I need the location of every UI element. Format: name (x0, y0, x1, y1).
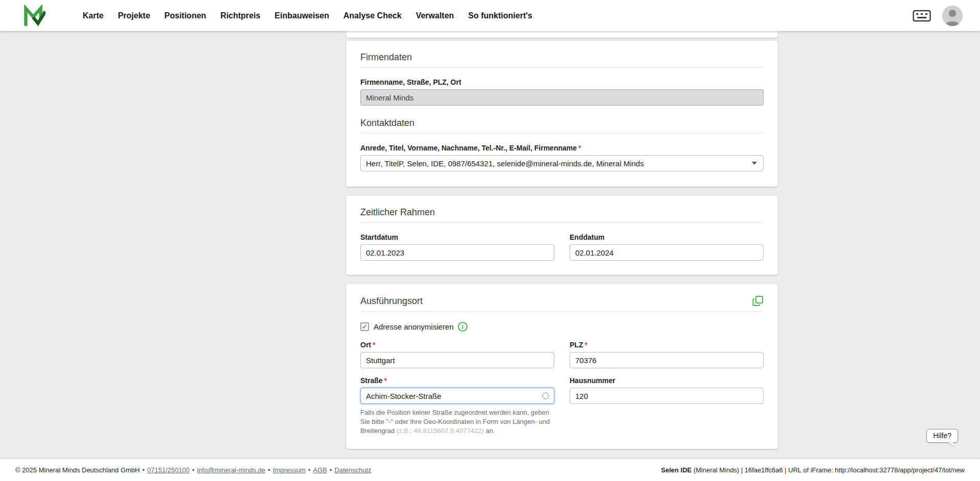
nav-item-positionen[interactable]: Positionen (157, 0, 213, 31)
strasse-helper-text: Falls die Position keiner Straße zugeord… (360, 408, 554, 436)
ort-cell: Ort* (360, 341, 554, 368)
footer-left: © 2025 Mineral Minds Deutschland GmbH • … (15, 466, 372, 474)
footer-separator: • (192, 466, 194, 474)
help-button[interactable]: Hilfe? (926, 429, 958, 443)
footer-datenschutz-link[interactable]: Datenschutz (334, 466, 371, 474)
footer-session-info: (Mineral Minds) | 16fae1ffc6a6 | URL of … (692, 466, 965, 474)
firmenname-field (360, 89, 764, 106)
footer-app-name: Selen IDE (661, 466, 692, 474)
kontakt-label-text: Anrede, Titel, Vorname, Nachname, Tel.-N… (360, 144, 577, 152)
enddatum-label: Enddatum (570, 233, 764, 241)
enddatum-cell: Enddatum (570, 233, 764, 261)
plz-label-text: PLZ (570, 341, 583, 349)
card-zeitlicher-rahmen: Zeitlicher Rahmen Startdatum Enddatum (346, 196, 778, 275)
kontakt-select-value: Herr, TitelP, Selen, IDE, 0987/654321, s… (366, 159, 644, 168)
strasse-cell: Straße* Falls die Position keiner Straße… (360, 376, 554, 436)
divider (360, 311, 764, 312)
ort-label-text: Ort (360, 341, 371, 349)
footer-separator: • (330, 466, 332, 474)
footer-agb-link[interactable]: AGB (313, 466, 327, 474)
plz-cell: PLZ* (570, 341, 764, 368)
footer-separator: • (268, 466, 271, 474)
info-icon[interactable]: i (458, 322, 468, 332)
kontakt-label: Anrede, Titel, Vorname, Nachname, Tel.-N… (360, 144, 764, 152)
hausnummer-cell: Hausnummer (570, 376, 764, 436)
footer-separator: • (308, 466, 311, 474)
logo-svg (23, 5, 45, 27)
strasse-field[interactable] (360, 388, 554, 404)
startdatum-field[interactable] (360, 244, 554, 261)
keyboard-icon[interactable] (913, 10, 931, 22)
chevron-down-icon (752, 162, 757, 165)
ort-field[interactable] (360, 352, 554, 368)
hausnummer-field[interactable] (570, 388, 764, 404)
mineral-minds-logo-icon[interactable] (22, 4, 46, 28)
ausfuehrungsort-title: Ausführungsort (360, 296, 423, 307)
divider (360, 67, 764, 68)
hausnummer-label: Hausnummer (570, 376, 764, 385)
card-firmendaten: Firmendaten Firmenname, Straße, PLZ, Ort… (346, 41, 778, 187)
kontakt-select[interactable]: Herr, TitelP, Selen, IDE, 0987/654321, s… (360, 155, 764, 171)
anonymize-checkbox[interactable]: ✓ (360, 322, 369, 331)
footer-separator: • (142, 466, 145, 474)
strasse-label-text: Straße (360, 376, 383, 385)
loading-spinner-icon (542, 392, 549, 399)
footer-phone-link[interactable]: 07151/250100 (147, 466, 189, 474)
strasse-label: Straße* (360, 376, 554, 385)
anonymize-label: Adresse anonymisieren (374, 322, 454, 331)
copy-icon[interactable] (752, 295, 764, 307)
enddatum-field[interactable] (570, 244, 764, 261)
anonymize-row: ✓ Adresse anonymisieren i (360, 322, 764, 332)
ort-label: Ort* (360, 341, 554, 349)
zeitraum-title: Zeitlicher Rahmen (360, 207, 764, 218)
firmenname-label: Firmenname, Straße, PLZ, Ort (360, 78, 764, 86)
startdatum-label: Startdatum (360, 233, 554, 241)
footer-right: Selen IDE (Mineral Minds) | 16fae1ffc6a6… (661, 466, 965, 474)
card-above-partial (346, 31, 778, 38)
startdatum-cell: Startdatum (360, 233, 554, 261)
helper-geo-example: (z.B.: 48.8115607,9.4077422) (397, 427, 484, 435)
form-column: Firmendaten Firmenname, Straße, PLZ, Ort… (346, 31, 778, 481)
nav-item-so-funktionierts[interactable]: So funktioniert's (461, 0, 540, 31)
main-menu: Karte Projekte Positionen Richtpreis Ein… (76, 0, 540, 31)
divider (360, 133, 764, 134)
helper-suffix: an. (484, 427, 495, 435)
card-ausfuehrungsort: Ausführungsort ✓ Adresse anonymisieren i… (346, 284, 778, 449)
footer-email-link[interactable]: info@mineral-minds.de (197, 466, 265, 474)
nav-item-analyse-check[interactable]: Analyse Check (336, 0, 409, 31)
firmendaten-title: Firmendaten (360, 52, 764, 63)
plz-label: PLZ* (570, 341, 764, 349)
plz-field[interactable] (570, 352, 764, 368)
nav-item-karte[interactable]: Karte (76, 0, 111, 31)
nav-item-einbauweisen[interactable]: Einbauweisen (267, 0, 336, 31)
nav-item-projekte[interactable]: Projekte (111, 0, 157, 31)
required-asterisk: * (584, 341, 587, 349)
user-avatar[interactable] (942, 6, 963, 26)
kontaktdaten-title: Kontaktdaten (360, 118, 764, 129)
nav-item-richtpreis[interactable]: Richtpreis (213, 0, 267, 31)
required-asterisk: * (578, 144, 581, 152)
top-navbar: Karte Projekte Positionen Richtpreis Ein… (0, 0, 980, 31)
footer-copyright: © 2025 Mineral Minds Deutschland GmbH (15, 466, 140, 474)
divider (360, 222, 764, 223)
footer-impressum-link[interactable]: Impressum (273, 466, 305, 474)
footer-bar: © 2025 Mineral Minds Deutschland GmbH • … (0, 459, 980, 481)
nav-item-verwalten[interactable]: Verwalten (409, 0, 461, 31)
navbar-right (913, 6, 963, 26)
required-asterisk: * (373, 341, 375, 349)
required-asterisk: * (384, 376, 387, 385)
